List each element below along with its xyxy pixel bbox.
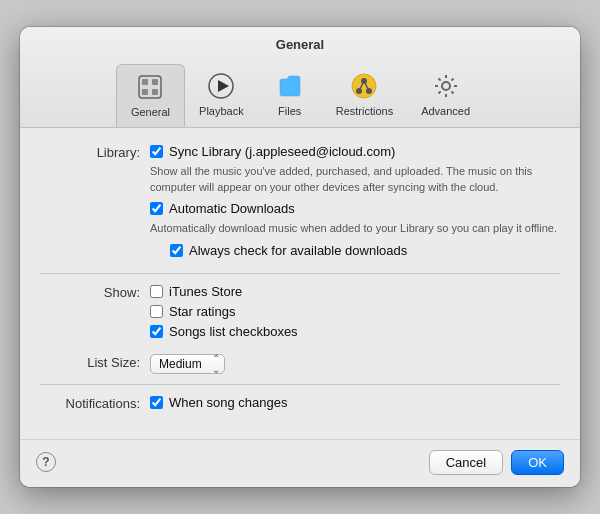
ok-button[interactable]: OK bbox=[511, 450, 564, 475]
svg-rect-2 bbox=[142, 89, 148, 95]
separator-1 bbox=[40, 273, 560, 274]
always-check-checkbox[interactable] bbox=[170, 244, 183, 257]
songs-list-row: Songs list checkboxes bbox=[150, 324, 560, 339]
tab-playback-label: Playback bbox=[199, 105, 244, 117]
playback-icon bbox=[205, 70, 237, 102]
show-section: Show: iTunes Store Star ratings Songs li… bbox=[40, 284, 560, 344]
general-icon bbox=[134, 71, 166, 103]
notifications-content: When song changes bbox=[150, 395, 560, 415]
list-size-content: Small Medium Large ⌃⌄ bbox=[150, 354, 560, 374]
svg-line-20 bbox=[451, 79, 453, 81]
song-changes-row: When song changes bbox=[150, 395, 560, 410]
itunes-store-checkbox[interactable] bbox=[150, 285, 163, 298]
auto-downloads-row: Automatic Downloads bbox=[150, 201, 560, 216]
toolbar: General Playback File bbox=[20, 60, 580, 127]
sync-library-description: Show all the music you've added, purchas… bbox=[150, 164, 560, 195]
tab-restrictions[interactable]: Restrictions bbox=[322, 64, 407, 127]
itunes-store-label: iTunes Store bbox=[169, 284, 242, 299]
window-title: General bbox=[20, 37, 580, 52]
sync-library-checkbox[interactable] bbox=[150, 145, 163, 158]
tab-playback[interactable]: Playback bbox=[185, 64, 258, 127]
list-size-row: List Size: Small Medium Large ⌃⌄ bbox=[40, 354, 560, 374]
svg-rect-4 bbox=[152, 89, 158, 95]
cancel-button[interactable]: Cancel bbox=[429, 450, 503, 475]
notifications-row: Notifications: When song changes bbox=[40, 395, 560, 415]
separator-2 bbox=[40, 384, 560, 385]
library-content: Sync Library (j.appleseed@icloud.com) Sh… bbox=[150, 144, 560, 262]
list-size-label: List Size: bbox=[40, 354, 150, 370]
auto-downloads-checkbox[interactable] bbox=[150, 202, 163, 215]
svg-marker-6 bbox=[218, 80, 229, 92]
restrictions-icon bbox=[348, 70, 380, 102]
sync-library-row: Sync Library (j.appleseed@icloud.com) bbox=[150, 144, 560, 159]
library-label: Library: bbox=[40, 144, 150, 160]
help-button[interactable]: ? bbox=[36, 452, 56, 472]
tab-advanced-label: Advanced bbox=[421, 105, 470, 117]
files-icon bbox=[274, 70, 306, 102]
svg-line-18 bbox=[438, 79, 440, 81]
songs-list-checkbox[interactable] bbox=[150, 325, 163, 338]
star-ratings-checkbox[interactable] bbox=[150, 305, 163, 318]
svg-rect-3 bbox=[152, 79, 158, 85]
tab-general[interactable]: General bbox=[116, 64, 185, 127]
list-size-select-wrapper: Small Medium Large ⌃⌄ bbox=[150, 354, 225, 374]
list-size-section: List Size: Small Medium Large ⌃⌄ bbox=[40, 354, 560, 374]
footer: ? Cancel OK bbox=[20, 439, 580, 487]
notifications-section: Notifications: When song changes bbox=[40, 395, 560, 415]
song-changes-checkbox[interactable] bbox=[150, 396, 163, 409]
library-section: Library: Sync Library (j.appleseed@iclou… bbox=[40, 144, 560, 262]
list-size-select[interactable]: Small Medium Large bbox=[150, 354, 225, 374]
tab-general-label: General bbox=[131, 106, 170, 118]
footer-buttons: Cancel OK bbox=[429, 450, 564, 475]
always-check-label: Always check for available downloads bbox=[189, 243, 407, 258]
show-content: iTunes Store Star ratings Songs list che… bbox=[150, 284, 560, 344]
library-row: Library: Sync Library (j.appleseed@iclou… bbox=[40, 144, 560, 262]
tab-files-label: Files bbox=[278, 105, 301, 117]
sync-library-label: Sync Library (j.appleseed@icloud.com) bbox=[169, 144, 395, 159]
notifications-label: Notifications: bbox=[40, 395, 150, 411]
always-check-row: Always check for available downloads bbox=[170, 243, 560, 258]
svg-line-21 bbox=[438, 92, 440, 94]
songs-list-label: Songs list checkboxes bbox=[169, 324, 298, 339]
auto-downloads-label: Automatic Downloads bbox=[169, 201, 295, 216]
show-row: Show: iTunes Store Star ratings Songs li… bbox=[40, 284, 560, 344]
preferences-window: General General bbox=[20, 27, 580, 486]
advanced-icon bbox=[430, 70, 462, 102]
svg-point-13 bbox=[442, 82, 450, 90]
tab-advanced[interactable]: Advanced bbox=[407, 64, 484, 127]
show-label: Show: bbox=[40, 284, 150, 300]
titlebar: General General bbox=[20, 27, 580, 128]
auto-downloads-description: Automatically download music when added … bbox=[150, 221, 560, 236]
star-ratings-row: Star ratings bbox=[150, 304, 560, 319]
content-area: Library: Sync Library (j.appleseed@iclou… bbox=[20, 128, 580, 438]
svg-line-19 bbox=[451, 92, 453, 94]
song-changes-label: When song changes bbox=[169, 395, 288, 410]
svg-point-7 bbox=[352, 74, 376, 98]
tab-restrictions-label: Restrictions bbox=[336, 105, 393, 117]
itunes-store-row: iTunes Store bbox=[150, 284, 560, 299]
star-ratings-label: Star ratings bbox=[169, 304, 235, 319]
svg-rect-1 bbox=[142, 79, 148, 85]
tab-files[interactable]: Files bbox=[258, 64, 322, 127]
